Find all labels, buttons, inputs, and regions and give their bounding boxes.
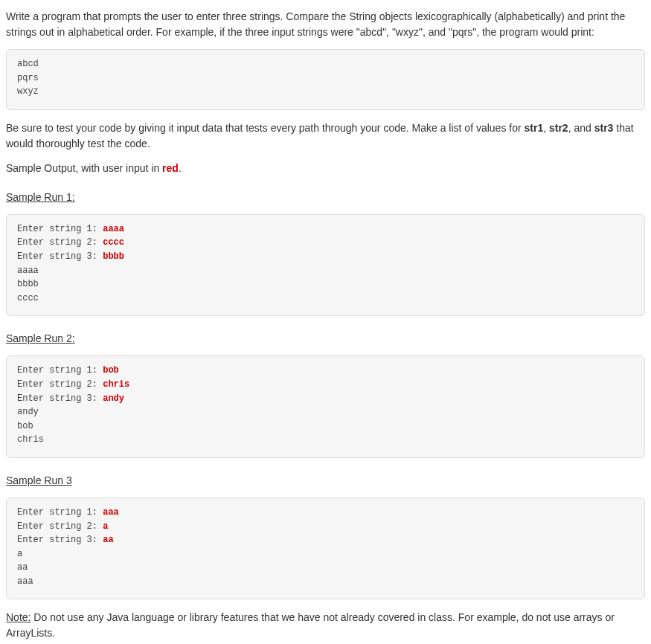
test-note: Be sure to test your code by giving it i… xyxy=(6,120,645,152)
red-word: red xyxy=(162,162,179,174)
run1-line3-input: bbbb xyxy=(103,251,124,262)
run3-line3-input: aa xyxy=(103,535,113,545)
run1-line1-prompt: Enter string 1: xyxy=(17,224,103,234)
sample-run-2-title: Sample Run 2: xyxy=(6,331,75,347)
run3-line1-input: aaa xyxy=(103,507,119,518)
run2-line2-input: chris xyxy=(103,379,129,390)
note-label: Note: xyxy=(6,610,31,625)
str3-bold: str3 xyxy=(594,122,614,134)
run1-line3-prompt: Enter string 3: xyxy=(17,251,103,262)
sample-run-2-box: Enter string 1: bob Enter string 2: chri… xyxy=(6,355,645,458)
run2-line1-input: bob xyxy=(103,365,119,376)
test-note-mid1: , xyxy=(543,122,549,134)
sample-run-1-title: Sample Run 1: xyxy=(6,190,75,205)
run1-output: aaaa bbbb cccc xyxy=(17,265,39,303)
run1-line2-input: cccc xyxy=(103,237,124,248)
sample-output-label: Sample Output, with user input in red. xyxy=(6,161,645,176)
intro-paragraph: Write a program that prompts the user to… xyxy=(6,9,645,40)
sample-run-1-box: Enter string 1: aaaa Enter string 2: ccc… xyxy=(6,214,645,317)
sample-output-post: . xyxy=(179,162,182,174)
test-note-mid2: , and xyxy=(568,122,594,134)
run3-output: a aa aaa xyxy=(17,549,33,587)
run1-line1-input: aaaa xyxy=(103,224,124,234)
run3-line3-prompt: Enter string 3: xyxy=(17,535,103,545)
str1-bold: str1 xyxy=(525,122,544,134)
run2-line2-prompt: Enter string 2: xyxy=(17,379,103,390)
sample-run-3-title: Sample Run 3 xyxy=(6,473,72,489)
note-paragraph: Note: Do not use any Java language or li… xyxy=(6,610,645,641)
example-output-box: abcd pqrs wxyz xyxy=(6,49,645,110)
run2-line3-prompt: Enter string 3: xyxy=(17,393,103,404)
run2-line3-input: andy xyxy=(103,393,124,404)
run3-line2-input: a xyxy=(103,521,108,532)
run2-line1-prompt: Enter string 1: xyxy=(17,365,103,376)
run3-line1-prompt: Enter string 1: xyxy=(17,507,103,518)
run3-line2-prompt: Enter string 2: xyxy=(17,521,103,532)
run2-output: andy bob chris xyxy=(17,407,44,445)
sample-run-3-box: Enter string 1: aaa Enter string 2: a En… xyxy=(6,498,645,600)
run1-line2-prompt: Enter string 2: xyxy=(17,237,103,248)
note-text: Do not use any Java language or library … xyxy=(6,611,615,639)
sample-output-pre: Sample Output, with user input in xyxy=(6,162,162,174)
str2-bold: str2 xyxy=(549,122,568,134)
test-note-pre: Be sure to test your code by giving it i… xyxy=(6,122,525,134)
